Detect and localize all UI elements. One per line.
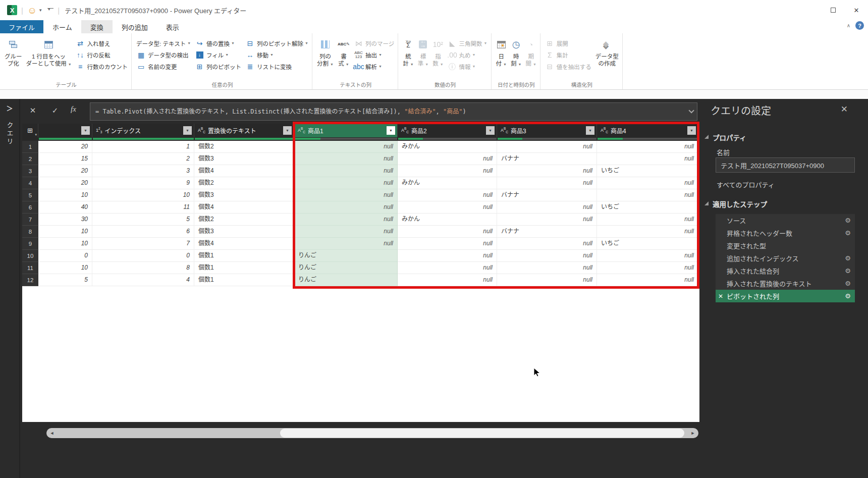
cell[interactable]: null [294, 153, 398, 165]
row-number[interactable]: 6 [22, 201, 38, 214]
cell[interactable]: null [398, 165, 497, 177]
cell[interactable]: 個数2 [194, 141, 294, 153]
gear-icon[interactable]: ⚙ [845, 280, 851, 287]
cell[interactable]: null [597, 177, 698, 189]
cell[interactable]: null [294, 165, 398, 177]
close-window-button[interactable]: ✕ [845, 0, 868, 20]
ribbon-button-情報[interactable]: ⓘ情報▼ [446, 61, 489, 72]
row-number[interactable]: 4 [22, 177, 38, 189]
row-number[interactable]: 9 [22, 238, 38, 250]
cell[interactable]: null [497, 214, 597, 226]
cell[interactable]: 11 [92, 201, 194, 214]
cell[interactable]: null [398, 189, 497, 201]
ribbon-button-入れ替え[interactable]: ⇄入れ替え [74, 37, 130, 49]
restore-window-button[interactable] [822, 0, 845, 20]
ribbon-button-値を抽出する[interactable]: ⊟値を抽出する [544, 61, 593, 72]
panel-close-icon[interactable]: ✕ [841, 104, 848, 115]
row-number[interactable]: 11 [22, 262, 38, 274]
cell[interactable]: 8 [92, 262, 194, 274]
cell[interactable]: バナナ [497, 226, 597, 238]
cell[interactable]: 個数1 [194, 262, 294, 274]
cell[interactable]: 15 [38, 153, 92, 165]
cell[interactable]: null [398, 274, 497, 286]
cell[interactable]: 20 [38, 165, 92, 177]
cell[interactable]: null [497, 238, 597, 250]
ribbon-button-リストに変換[interactable]: ≣リストに変換 [244, 61, 310, 72]
tab-file[interactable]: ファイル [0, 20, 43, 33]
cell[interactable]: null [497, 274, 597, 286]
column-filter-dropdown[interactable]: ▼ [387, 126, 395, 135]
row-number[interactable]: 2 [22, 153, 38, 165]
cell[interactable]: null [597, 250, 698, 262]
column-header-インデックス[interactable]: 123インデックス▼ [92, 124, 194, 137]
fx-icon[interactable]: fx [71, 105, 76, 114]
ribbon-button-抽出[interactable]: ABC123抽出▼ [352, 49, 396, 61]
cell[interactable]: 4 [92, 274, 194, 286]
scroll-right-arrow-icon[interactable]: ► [687, 431, 698, 436]
row-number[interactable]: 8 [22, 226, 38, 238]
formula-commit-button[interactable]: ✓ [48, 106, 62, 115]
properties-section-header[interactable]: プロパティ [704, 132, 746, 142]
cell[interactable]: null [597, 214, 698, 226]
cell[interactable]: 個数4 [194, 165, 294, 177]
column-header-blank[interactable]: ▼ [38, 124, 92, 137]
cell[interactable]: りんご [294, 274, 398, 286]
cell[interactable]: 20 [38, 141, 92, 153]
ribbon-button-統計[interactable]: XσΣ統計▼ [401, 35, 415, 79]
ribbon-button-標準[interactable]: +− ÷×標準▼ [416, 35, 430, 79]
cell[interactable]: null [294, 189, 398, 201]
cell[interactable]: りんご [294, 262, 398, 274]
cell[interactable]: 5 [92, 214, 194, 226]
column-header-商品3[interactable]: ABC商品3▼ [497, 124, 597, 137]
cell[interactable]: 個数4 [194, 238, 294, 250]
tab-列の追加[interactable]: 列の追加 [113, 20, 157, 33]
cell[interactable]: null [398, 262, 497, 274]
ribbon-button-フィル[interactable]: ↓フィル▼ [193, 49, 243, 61]
tab-ホーム[interactable]: ホーム [43, 20, 81, 33]
ribbon-button-列の分割[interactable]: 列の分割▼ [315, 35, 335, 79]
expand-queries-pane-icon[interactable]: ＞ [6, 103, 13, 113]
feedback-smiley-icon[interactable]: ☺ [27, 6, 37, 15]
row-number[interactable]: 1 [22, 141, 38, 153]
applied-step-ピボットされた列[interactable]: ✕ピボットされた列⚙ [716, 290, 855, 302]
cell[interactable]: null [294, 201, 398, 214]
cell[interactable]: いちご [597, 201, 698, 214]
cell[interactable]: 10 [38, 189, 92, 201]
cell[interactable]: 個数4 [194, 201, 294, 214]
column-filter-dropdown[interactable]: ▼ [283, 126, 292, 135]
row-number[interactable]: 10 [22, 250, 38, 262]
cell[interactable]: null [597, 226, 698, 238]
cell[interactable]: 0 [92, 250, 194, 262]
ribbon-button-期間[interactable]: ◔期間▼ [524, 35, 537, 79]
ribbon-button-日付[interactable]: 日付▼ [495, 35, 508, 79]
cell[interactable]: null [294, 141, 398, 153]
cell[interactable]: みかん [398, 141, 497, 153]
ribbon-button-1 行目をヘッダーとして使用[interactable]: 1 行目をヘッダーとして使用▼ [25, 35, 73, 79]
ribbon-button-行数のカウント[interactable]: ≡行数のカウント [74, 61, 130, 72]
cell[interactable]: null [497, 165, 597, 177]
cell[interactable]: みかん [398, 177, 497, 189]
applied-step-追加されたインデックス[interactable]: 追加されたインデックス⚙ [716, 252, 855, 264]
cell[interactable]: null [294, 238, 398, 250]
cell[interactable]: 10 [38, 238, 92, 250]
cell[interactable]: null [398, 226, 497, 238]
select-all-button[interactable]: ⊞▾ [22, 124, 38, 137]
quick-access-customize-icon[interactable] [47, 8, 53, 13]
column-filter-dropdown[interactable]: ▼ [586, 126, 594, 135]
cell[interactable]: 個数2 [194, 177, 294, 189]
gear-icon[interactable]: ⚙ [845, 217, 851, 224]
column-filter-dropdown[interactable]: ▼ [486, 126, 495, 135]
cell[interactable]: null [497, 177, 597, 189]
applied-steps-section-header[interactable]: 適用したステップ [704, 199, 767, 209]
ribbon-button-列のマージ[interactable]: ⋈列のマージ [352, 37, 396, 49]
cell[interactable]: バナナ [497, 189, 597, 201]
cell[interactable]: みかん [398, 214, 497, 226]
cell[interactable]: 5 [38, 274, 92, 286]
cell[interactable]: 0 [38, 250, 92, 262]
cell[interactable]: null [497, 250, 597, 262]
cell[interactable]: null [294, 177, 398, 189]
ribbon-button-データ型の作成[interactable]: データ型の作成 [594, 35, 620, 79]
cell[interactable]: null [294, 214, 398, 226]
cell[interactable]: 7 [92, 238, 194, 250]
row-number[interactable]: 7 [22, 214, 38, 226]
